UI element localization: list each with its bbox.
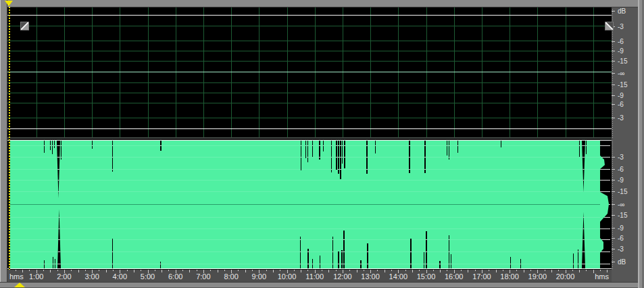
ruler-time-label: 2:00 [57, 272, 71, 281]
faint-grid-line [9, 180, 600, 181]
db-label: -6 [618, 166, 624, 173]
faint-grid-line [9, 169, 600, 170]
grid-dash [57, 157, 60, 158]
db-grid-line [7, 103, 612, 103]
grid-dash [57, 169, 59, 170]
grid-dash [342, 157, 343, 158]
ruler-tick [440, 270, 441, 272]
marker-triangle-top-icon[interactable] [5, 1, 13, 6]
ruler-tick [558, 270, 559, 271]
grid-dash [573, 264, 574, 264]
grid-dash [112, 264, 113, 264]
grid-dash [332, 239, 333, 240]
zero-db-line [7, 128, 612, 129]
grid-dash [439, 264, 441, 264]
ruler-tick [530, 270, 531, 271]
zero-db-line [7, 140, 612, 141]
ruler-tick [447, 270, 447, 271]
ruler-tick [572, 270, 573, 271]
faint-grid-line [9, 264, 600, 264]
ruler-time-label: 5:00 [141, 272, 155, 281]
scale-major-tick [612, 228, 615, 229]
waveform-dropout [439, 261, 441, 268]
grid-dash [426, 264, 427, 264]
ruler-tick [301, 270, 301, 272]
db-scale[interactable]: dB-3-6-9-15-∞-15-9-6-3-3-6-9-15-∞-15-9-6… [612, 7, 638, 282]
ruler-time-label: 11:00 [305, 272, 324, 281]
grid-dash [319, 145, 320, 146]
ruler-tick [524, 270, 524, 272]
grid-dash [447, 145, 447, 146]
db-label: -15 [618, 57, 627, 65]
waveform-dropout [307, 141, 308, 162]
channel-1-display[interactable] [7, 7, 612, 137]
grid-dash [319, 157, 320, 158]
level-handle-right[interactable] [605, 22, 614, 30]
waveform-dropout [586, 141, 587, 154]
waveform-dropout [375, 141, 376, 153]
waveform-dropout [44, 141, 45, 153]
ruler-tick [516, 270, 517, 271]
ruler-tick [218, 270, 218, 272]
grid-dash [307, 145, 308, 146]
ruler-tick [461, 270, 462, 271]
ruler-tick [85, 270, 86, 271]
grid-dash [50, 145, 51, 146]
scale-major-tick [612, 11, 615, 11]
grid-dash [343, 239, 345, 240]
ruler-tick [391, 270, 392, 271]
ruler-tick [385, 270, 385, 272]
grid-dash [340, 157, 341, 158]
ruler-tick [113, 270, 114, 271]
scale-major-tick [612, 238, 615, 239]
ruler-time-label: 17:00 [472, 272, 491, 281]
ruler-tick [336, 270, 337, 271]
waveform-dropout [424, 252, 424, 268]
grid-dash [583, 229, 584, 229]
grid-dash [61, 157, 61, 158]
scale-major-tick [612, 51, 615, 51]
faint-grid-line [9, 157, 600, 158]
waveform-dropout [447, 141, 447, 155]
waveform-dropout [92, 141, 93, 149]
time-ruler[interactable]: hms hms 1:002:003:004:005:006:007:008:00… [7, 270, 612, 282]
grid-dash [301, 145, 301, 146]
grid-dash [600, 169, 610, 170]
grid-dash [510, 264, 511, 264]
faint-grid-line [9, 239, 600, 240]
level-handle-left[interactable] [20, 22, 29, 30]
grid-dash [457, 145, 458, 146]
db-grid-line [7, 82, 612, 83]
grid-dash [600, 251, 610, 252]
db-label: -15 [618, 212, 627, 219]
zero-db-line [7, 268, 612, 269]
ruler-tick [307, 270, 308, 271]
waveform-dropout [300, 237, 301, 268]
channel-2-display[interactable] [7, 139, 612, 270]
db-label: -15 [618, 188, 627, 195]
grid-dash [112, 251, 113, 252]
window-border-bottom [0, 282, 644, 288]
db-label: -6 [618, 235, 624, 242]
db-label: -3 [618, 153, 624, 161]
grid-dash [600, 264, 610, 264]
marker-triangle-bottom-icon[interactable] [14, 283, 25, 287]
waveform-dropout [112, 141, 113, 172]
waveform-dropout [341, 250, 343, 268]
grid-dash [583, 169, 584, 170]
grid-dash [583, 157, 585, 158]
grid-dash [54, 145, 55, 146]
ruler-time-label: 13:00 [361, 272, 380, 281]
waveform-dropout [312, 141, 313, 157]
ruler-tick [600, 270, 601, 271]
scale-major-tick [612, 215, 615, 216]
grid-dash [112, 145, 113, 146]
playback-cursor[interactable] [9, 7, 10, 270]
grid-dash [300, 251, 301, 252]
grid-dash [367, 251, 368, 252]
grid-dash [341, 264, 343, 264]
grid-dash [410, 264, 412, 264]
ruler-tick [273, 270, 274, 272]
grid-dash [424, 264, 424, 264]
ruler-tick [468, 270, 468, 272]
